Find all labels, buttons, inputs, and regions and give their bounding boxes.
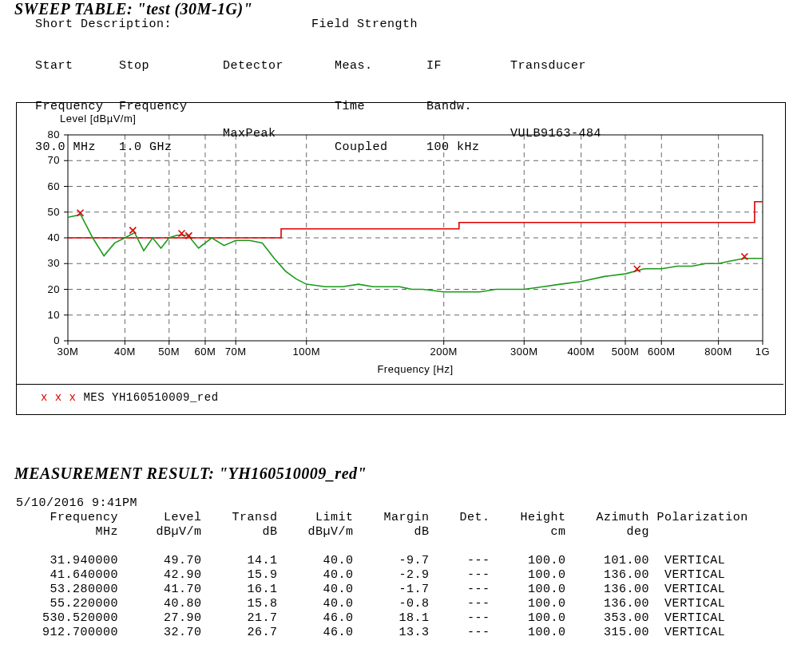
measurement-timestamp: 5/10/2016 9:41PM bbox=[16, 496, 137, 510]
col-start-h1: Start bbox=[35, 59, 119, 73]
svg-text:100M: 100M bbox=[292, 346, 320, 358]
svg-text:10: 10 bbox=[48, 309, 60, 321]
col-det-h1: Detector bbox=[223, 59, 335, 73]
svg-text:600M: 600M bbox=[648, 346, 676, 358]
svg-text:20: 20 bbox=[48, 283, 60, 295]
measurement-table-body: 31.940000 49.70 14.1 40.0 -9.7 --- 100.0… bbox=[27, 554, 771, 640]
svg-text:Level [dBµV/m]: Level [dBµV/m] bbox=[60, 113, 136, 125]
col-meas-h1: Meas. bbox=[335, 59, 426, 73]
svg-text:40: 40 bbox=[48, 231, 60, 243]
svg-text:70: 70 bbox=[48, 154, 60, 166]
col-stop-h1: Stop bbox=[119, 59, 223, 73]
svg-text:70M: 70M bbox=[225, 346, 247, 358]
svg-text:60: 60 bbox=[48, 180, 60, 192]
legend-label: MES YH160510009_red bbox=[83, 391, 218, 404]
svg-text:400M: 400M bbox=[567, 346, 595, 358]
col-trans-h1: Transducer bbox=[510, 59, 601, 73]
svg-text:80: 80 bbox=[48, 128, 60, 140]
svg-text:40M: 40M bbox=[114, 346, 136, 358]
col-if-h1: IF bbox=[426, 59, 510, 73]
svg-text:60M: 60M bbox=[195, 346, 216, 358]
svg-text:800M: 800M bbox=[704, 346, 732, 358]
svg-text:0: 0 bbox=[54, 334, 60, 346]
svg-text:500M: 500M bbox=[612, 346, 640, 358]
svg-text:30: 30 bbox=[48, 257, 60, 269]
svg-text:200M: 200M bbox=[430, 346, 458, 358]
svg-text:Frequency [Hz]: Frequency [Hz] bbox=[377, 363, 453, 375]
measurement-table-header: Frequency Level Transd Limit Margin Det.… bbox=[27, 511, 771, 524]
short-description-value: Field Strength bbox=[311, 18, 418, 31]
svg-text:1G: 1G bbox=[755, 346, 770, 358]
measurement-result-title: MEASUREMENT RESULT: "YH160510009_red" bbox=[14, 464, 367, 483]
svg-text:50: 50 bbox=[48, 206, 60, 218]
chart-legend: x x x MES YH160510009_red bbox=[17, 384, 783, 413]
svg-text:30M: 30M bbox=[57, 346, 79, 358]
svg-text:300M: 300M bbox=[510, 346, 538, 358]
sweep-table-title: SWEEP TABLE: "test (30M-1G)" bbox=[14, 0, 252, 18]
legend-marker: x x x bbox=[41, 391, 77, 404]
svg-text:50M: 50M bbox=[158, 346, 180, 358]
emc-chart: 0102030405060708030M40M50M60M70M100M200M… bbox=[16, 102, 786, 415]
measurement-table-units: MHz dBµV/m dB dBµV/m dB cm deg bbox=[27, 525, 771, 539]
short-description-label: Short Description: bbox=[35, 18, 172, 31]
